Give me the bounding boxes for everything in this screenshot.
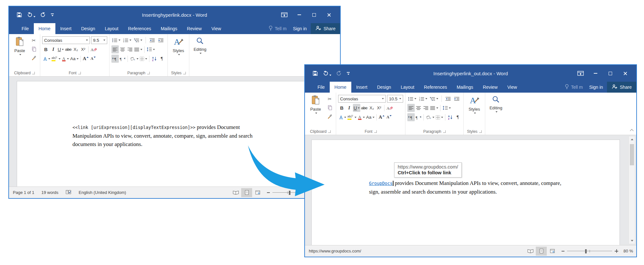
highlight-color-icon[interactable] <box>51 55 61 63</box>
styles-dialog-launcher-icon[interactable] <box>479 130 482 133</box>
scroll-down-icon[interactable] <box>629 238 635 244</box>
tab-references[interactable]: References <box>419 82 452 93</box>
bold-button[interactable]: B <box>42 45 50 53</box>
tab-review[interactable]: Review <box>478 82 503 93</box>
zoom-slider[interactable] <box>272 190 302 195</box>
styles-dialog-launcher-icon[interactable] <box>183 72 186 74</box>
align-left-button[interactable] <box>407 104 415 112</box>
groupdocs-hyperlink[interactable]: GroupDocs <box>369 181 393 186</box>
increase-indent-button[interactable] <box>157 36 165 44</box>
close-button[interactable] <box>321 9 336 20</box>
right-to-left-button[interactable] <box>119 55 126 63</box>
decrease-indent-button[interactable] <box>148 36 156 44</box>
tab-layout[interactable]: Layout <box>396 82 419 93</box>
sort-button[interactable] <box>447 113 454 121</box>
tab-home[interactable]: Home <box>330 82 351 93</box>
decrease-indent-button[interactable] <box>444 95 452 103</box>
tell-me-box[interactable]: Tell m <box>562 82 585 93</box>
line-spacing-button[interactable] <box>442 104 451 112</box>
numbering-button[interactable] <box>122 36 132 44</box>
show-paragraph-marks-button[interactable]: ¶ <box>158 55 166 63</box>
scrollbar-thumb[interactable] <box>630 144 634 165</box>
share-button[interactable]: Share <box>311 23 340 34</box>
tab-design[interactable]: Design <box>372 82 396 93</box>
clear-formatting-icon[interactable] <box>90 45 98 53</box>
tab-layout[interactable]: Layout <box>100 23 123 34</box>
redo-icon[interactable] <box>40 12 46 17</box>
shading-button[interactable] <box>129 55 139 63</box>
proofing-icon[interactable] <box>65 190 71 196</box>
minimize-button[interactable] <box>588 68 603 79</box>
format-painter-button[interactable] <box>30 54 38 62</box>
align-right-button[interactable] <box>126 45 134 53</box>
bullets-button[interactable] <box>407 95 417 103</box>
shrink-font-button[interactable]: A <box>90 55 97 63</box>
paragraph-dialog-launcher-icon[interactable] <box>147 72 150 74</box>
justify-button[interactable] <box>430 104 439 112</box>
strikethrough-button[interactable]: abe <box>64 45 72 53</box>
strikethrough-button[interactable]: abe <box>360 104 368 112</box>
styles-button[interactable]: Styles <box>170 36 187 55</box>
subscript-button[interactable]: X₂ <box>72 45 80 53</box>
show-paragraph-marks-button[interactable]: ¶ <box>454 113 461 121</box>
print-layout-icon[interactable] <box>536 247 547 256</box>
underline-button-active[interactable]: U <box>353 104 360 112</box>
tab-insert[interactable]: Insert <box>351 82 372 93</box>
zoom-out-icon[interactable] <box>267 192 270 193</box>
shrink-font-button[interactable]: A <box>385 113 393 121</box>
highlight-color-icon[interactable] <box>347 113 357 121</box>
collapse-ribbon-icon[interactable] <box>630 129 633 132</box>
undo-button[interactable] <box>323 71 331 76</box>
left-to-right-button[interactable] <box>407 113 415 121</box>
customize-quick-access-icon[interactable] <box>347 72 350 75</box>
zoom-in-icon[interactable] <box>615 249 618 253</box>
print-layout-icon[interactable] <box>241 188 252 197</box>
styles-button[interactable]: Styles <box>466 94 483 114</box>
tab-design[interactable]: Design <box>76 23 100 34</box>
document-page[interactable]: <<link [uriExpression][displayTextExpres… <box>17 81 308 187</box>
title-bar[interactable]: Insertinghyperlink_out.docx - Word <box>305 65 636 82</box>
maximize-button[interactable] <box>603 68 618 79</box>
superscript-button[interactable]: X² <box>375 104 383 112</box>
page-indicator[interactable]: Page 1 of 1 <box>13 190 34 195</box>
read-mode-icon[interactable] <box>230 188 241 197</box>
change-case-button[interactable]: Aa <box>70 55 79 63</box>
borders-button[interactable] <box>435 113 444 121</box>
maximize-button[interactable] <box>307 9 321 20</box>
font-size-combobox[interactable]: 9.5 <box>91 36 107 44</box>
sort-button[interactable] <box>151 55 158 63</box>
paste-button[interactable]: Paste <box>307 94 324 120</box>
vertical-scrollbar[interactable] <box>629 136 635 244</box>
italic-button[interactable]: I <box>50 45 57 53</box>
scroll-up-icon[interactable] <box>629 136 635 142</box>
tab-references[interactable]: References <box>123 23 156 34</box>
align-right-button[interactable] <box>422 104 430 112</box>
sign-in-link[interactable]: Sign in <box>289 23 311 34</box>
cut-button[interactable]: ✂ <box>30 37 38 44</box>
tab-file[interactable]: File <box>17 23 34 34</box>
close-button[interactable] <box>618 68 632 79</box>
justify-button[interactable] <box>134 45 143 53</box>
grow-font-button[interactable]: A <box>82 55 90 63</box>
paragraph-dialog-launcher-icon[interactable] <box>443 130 446 133</box>
italic-button[interactable]: I <box>346 104 353 112</box>
multilevel-list-button[interactable] <box>133 36 143 44</box>
share-button[interactable]: Share <box>607 82 636 93</box>
tab-mailings[interactable]: Mailings <box>452 82 478 93</box>
clear-formatting-icon[interactable] <box>386 104 394 112</box>
font-color-icon[interactable] <box>357 113 365 121</box>
undo-dropdown-icon[interactable] <box>33 16 35 17</box>
web-layout-icon[interactable] <box>547 247 558 256</box>
left-to-right-button[interactable] <box>111 55 119 63</box>
save-icon[interactable] <box>313 71 318 76</box>
borders-button[interactable] <box>139 55 148 63</box>
right-to-left-button[interactable] <box>415 113 422 121</box>
editing-button[interactable]: Editing <box>191 36 209 54</box>
font-name-combobox[interactable]: Consolas <box>42 36 90 44</box>
web-layout-icon[interactable] <box>252 188 263 197</box>
superscript-button[interactable]: X² <box>80 45 87 53</box>
ribbon-display-options-icon[interactable] <box>277 9 292 20</box>
align-center-button[interactable] <box>119 45 126 53</box>
title-bar[interactable]: Insertinghyperlink.docx - Word <box>9 6 340 23</box>
zoom-slider-handle[interactable] <box>289 191 290 195</box>
